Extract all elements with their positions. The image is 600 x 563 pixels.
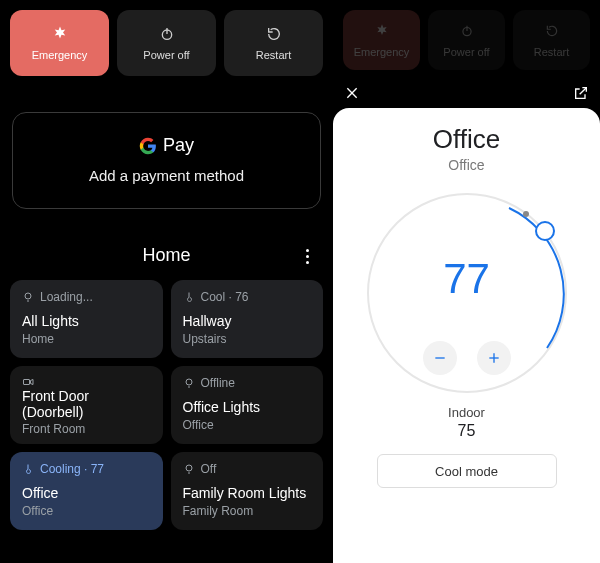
tile-subtitle: Home	[22, 332, 151, 346]
tile-title: Family Room Lights	[183, 485, 312, 501]
tile-status	[22, 376, 151, 388]
tile-subtitle: Office	[183, 418, 312, 432]
tile-title: All Lights	[22, 313, 151, 329]
tile-subtitle: Family Room	[183, 504, 312, 518]
home-title: Home	[142, 245, 190, 266]
indoor-value: 75	[458, 422, 476, 440]
svg-marker-5	[31, 379, 34, 384]
tile-family-room-lights[interactable]: Off Family Room Lights Family Room	[171, 452, 324, 530]
svg-point-8	[186, 465, 192, 471]
tile-office-lights[interactable]: Offline Office Lights Office	[171, 366, 324, 444]
restart-button[interactable]: Restart	[224, 10, 323, 76]
tile-status-text: Cooling · 77	[40, 462, 104, 476]
power-menu-screen: Emergency Power off Restart	[0, 0, 333, 563]
tile-subtitle: Upstairs	[183, 332, 312, 346]
emergency-button-dimmed: Emergency	[343, 10, 420, 70]
svg-rect-4	[24, 379, 30, 384]
power-icon	[158, 25, 176, 43]
thermometer-icon	[183, 291, 195, 303]
sheet-top-bar	[333, 80, 600, 106]
tile-status: Cooling · 77	[22, 462, 151, 476]
restart-label: Restart	[256, 49, 291, 61]
indoor-label: Indoor	[448, 405, 485, 420]
mode-button[interactable]: Cool mode	[377, 454, 557, 488]
tile-subtitle: Front Room	[22, 422, 151, 436]
tile-hallway[interactable]: Cool · 76 Hallway Upstairs	[171, 280, 324, 358]
sheet-subtitle: Office	[448, 157, 484, 173]
google-pay-brand-suffix: Pay	[163, 135, 194, 156]
power-icon	[458, 22, 476, 40]
tile-status: Offline	[183, 376, 312, 390]
google-pay-subtitle: Add a payment method	[23, 167, 310, 184]
tile-front-door[interactable]: Front Door (Doorbell) Front Room	[10, 366, 163, 444]
thermostat-sheet: Office Office 77 Ind	[333, 108, 600, 563]
thermometer-icon	[22, 463, 34, 475]
tile-title: Front Door (Doorbell)	[22, 388, 151, 420]
close-button[interactable]	[343, 84, 361, 102]
restart-icon	[543, 22, 561, 40]
decrease-button[interactable]	[423, 341, 457, 375]
medical-icon	[51, 25, 69, 43]
tile-title: Office	[22, 485, 151, 501]
power-off-button[interactable]: Power off	[117, 10, 216, 76]
bulb-icon	[22, 291, 34, 303]
power-off-label: Power off	[443, 46, 489, 58]
power-button-row-dimmed: Emergency Power off Restart	[333, 0, 600, 78]
home-overflow-menu[interactable]	[299, 245, 315, 269]
tile-status: Cool · 76	[183, 290, 312, 304]
device-tiles-grid: Loading... All Lights Home Cool · 76 Hal…	[0, 280, 333, 540]
tile-status-text: Offline	[201, 376, 235, 390]
bulb-icon	[183, 463, 195, 475]
tile-title: Hallway	[183, 313, 312, 329]
emergency-label: Emergency	[354, 46, 410, 58]
sheet-title: Office	[433, 124, 500, 155]
power-off-label: Power off	[143, 49, 189, 61]
mode-label: Cool mode	[435, 464, 498, 479]
google-g-icon	[139, 137, 157, 155]
thermostat-detail-screen: Emergency Power off Restart	[333, 0, 600, 563]
tile-status: Off	[183, 462, 312, 476]
restart-button-dimmed: Restart	[513, 10, 590, 70]
svg-point-2	[25, 293, 31, 299]
power-off-button-dimmed: Power off	[428, 10, 505, 70]
open-external-button[interactable]	[572, 84, 590, 102]
tile-office-thermostat[interactable]: Cooling · 77 Office Office	[10, 452, 163, 530]
tile-title: Office Lights	[183, 399, 312, 415]
power-button-row: Emergency Power off Restart	[0, 0, 333, 84]
home-section-header: Home	[0, 245, 333, 266]
temperature-dial[interactable]: 77	[367, 193, 567, 393]
tile-status-text: Off	[201, 462, 217, 476]
medical-icon	[373, 22, 391, 40]
tile-all-lights[interactable]: Loading... All Lights Home	[10, 280, 163, 358]
tile-status-text: Cool · 76	[201, 290, 249, 304]
emergency-button[interactable]: Emergency	[10, 10, 109, 76]
google-pay-card[interactable]: Pay Add a payment method	[12, 112, 321, 209]
emergency-label: Emergency	[32, 49, 88, 61]
restart-icon	[265, 25, 283, 43]
svg-point-6	[186, 379, 192, 385]
tile-subtitle: Office	[22, 504, 151, 518]
tile-status-text: Loading...	[40, 290, 93, 304]
setpoint-adjust-row	[367, 341, 567, 375]
tile-status: Loading...	[22, 290, 151, 304]
bulb-icon	[183, 377, 195, 389]
video-icon	[22, 376, 34, 388]
google-pay-title: Pay	[139, 135, 194, 156]
restart-label: Restart	[534, 46, 569, 58]
increase-button[interactable]	[477, 341, 511, 375]
